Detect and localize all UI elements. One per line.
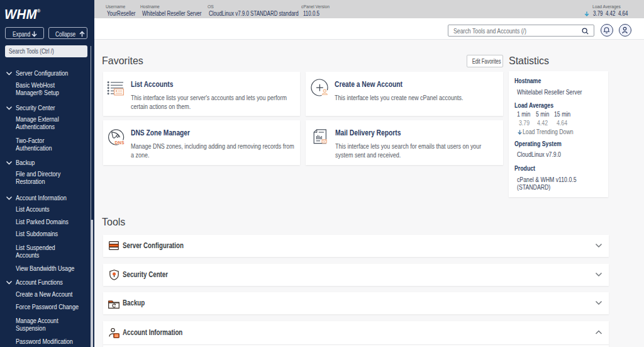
svg-text:DNS: DNS	[115, 140, 125, 145]
